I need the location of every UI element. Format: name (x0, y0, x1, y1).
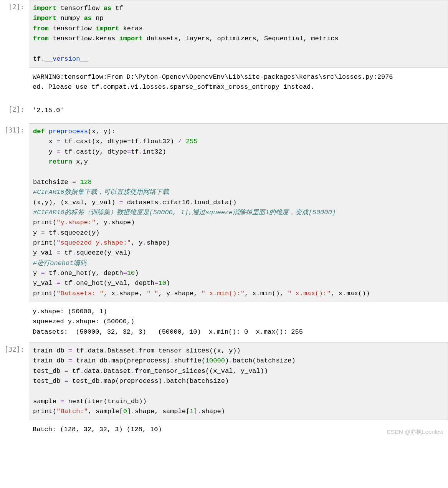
code-1[interactable]: import tensorflow as tf import numpy as … (29, 0, 448, 68)
prompt-in-1: [2]: (0, 0, 29, 68)
prompt-in-2: [31]: (0, 123, 29, 302)
output-1: '2.15.0' (29, 103, 448, 117)
cell-3-output: Batch: (128, 32, 32, 3) (128, 10) (0, 422, 448, 436)
prompt-in-3: [32]: (0, 342, 29, 420)
output-warning: WARNING:tensorflow:From D:\Pyton-Opencv\… (29, 69, 448, 94)
output-3: Batch: (128, 32, 32, 3) (128, 10) (29, 422, 448, 436)
watermark: CSDN @亦枫Leonlew (387, 428, 443, 436)
cell-1: [2]: import tensorflow as tf import nump… (0, 0, 448, 68)
output-2: y.shape: (50000, 1) squeezed y.shape: (5… (29, 304, 448, 339)
cell-1-stderr: WARNING:tensorflow:From D:\Pyton-Opencv\… (0, 69, 448, 94)
prompt-out-1: [2]: (0, 103, 29, 117)
code-2[interactable]: def preprocess(x, y): x = tf.cast(x, dty… (29, 123, 448, 302)
cell-1-result: [2]: '2.15.0' (0, 103, 448, 117)
cell-2-output: y.shape: (50000, 1) squeezed y.shape: (5… (0, 304, 448, 339)
cell-3: [32]: train_db = tf.data.Dataset.from_te… (0, 342, 448, 420)
code-3[interactable]: train_db = tf.data.Dataset.from_tensor_s… (29, 342, 448, 420)
cell-2: [31]: def preprocess(x, y): x = tf.cast(… (0, 123, 448, 302)
